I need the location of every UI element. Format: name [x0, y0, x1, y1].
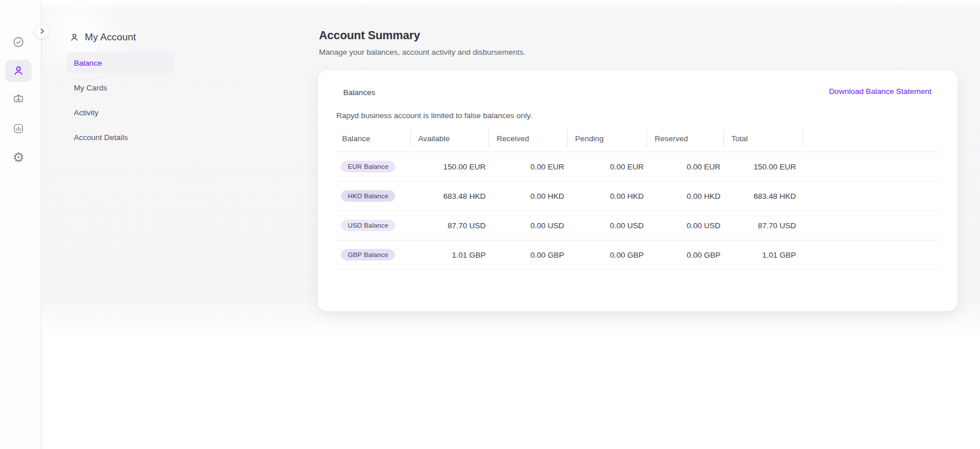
cell-pending: 0.00 EUR — [568, 163, 647, 171]
cell-reserved: 0.00 USD — [647, 221, 724, 230]
cell-pending: 0.00 USD — [568, 221, 647, 230]
cell-received: 0.00 USD — [489, 221, 568, 230]
check-circle-icon — [12, 36, 25, 48]
sidebar-item-analytics[interactable] — [5, 118, 32, 139]
payout-box-icon — [12, 93, 25, 106]
col-header-available: Available — [411, 125, 489, 152]
cell-available: 150.00 EUR — [411, 163, 489, 171]
col-header-empty — [803, 125, 940, 152]
table-row: GBP Balance 1.01 GBP 0.00 GBP 0.00 GBP 0… — [335, 240, 940, 270]
cell-pending: 0.00 HKD — [568, 192, 647, 201]
account-subnav: My Account Balance My Cards Activity Acc… — [42, 0, 255, 449]
cell-total: 87.70 USD — [724, 221, 803, 230]
account-summary-page: ⚙ My Account Balance My Cards Activity A… — [0, 0, 980, 449]
download-balance-statement-link[interactable]: Download Balance Statement — [829, 87, 932, 96]
col-header-balance: Balance — [335, 125, 411, 152]
cell-available: 87.70 USD — [411, 221, 489, 230]
sidebar-item-onboarding[interactable] — [5, 31, 32, 53]
cell-reserved: 0.00 HKD — [647, 192, 724, 201]
user-icon — [12, 65, 25, 77]
cell-total: 683.48 HKD — [724, 192, 803, 201]
subnav-title: My Account — [85, 32, 136, 43]
cell-reserved: 0.00 GBP — [647, 251, 724, 259]
subnav-header: My Account — [69, 32, 136, 43]
cell-available: 1.01 GBP — [411, 251, 489, 259]
cell-available: 683.48 HKD — [411, 192, 489, 201]
balances-card: Balances Download Balance Statement Rapy… — [318, 70, 958, 311]
table-row: USD Balance 87.70 USD 0.00 USD 0.00 USD … — [335, 211, 940, 240]
card-title: Balances — [343, 88, 376, 97]
cell-received: 0.00 GBP — [489, 251, 568, 259]
cell-received: 0.00 HKD — [489, 192, 568, 201]
cell-total: 1.01 GBP — [724, 251, 803, 259]
sidebar-item-disburse[interactable] — [5, 89, 32, 111]
cell-pending: 0.00 GBP — [568, 251, 647, 259]
currency-badge: USD Balance — [341, 220, 395, 231]
sidebar-item-my-account[interactable] — [5, 60, 32, 82]
cell-received: 0.00 EUR — [489, 163, 568, 171]
sidebar-item-settings[interactable]: ⚙ — [5, 146, 32, 168]
page-subtitle: Manage your balances, account activity a… — [319, 48, 525, 56]
subnav-item-account-details[interactable]: Account Details — [67, 127, 175, 148]
col-header-pending: Pending — [568, 125, 647, 152]
card-note: Rapyd business account is limited to fal… — [336, 111, 532, 120]
icon-sidebar: ⚙ — [0, 0, 42, 449]
analytics-icon — [12, 122, 25, 135]
subnav-item-balance[interactable]: Balance — [67, 52, 175, 73]
currency-badge: GBP Balance — [341, 249, 395, 261]
currency-badge: EUR Balance — [341, 161, 395, 172]
balances-table: Balance Available Received Pending Reser… — [335, 125, 940, 270]
cell-reserved: 0.00 EUR — [647, 163, 724, 171]
subnav-item-activity[interactable]: Activity — [67, 102, 175, 123]
col-header-total: Total — [724, 125, 803, 152]
col-header-reserved: Reserved — [647, 125, 724, 152]
settings-gear-icon: ⚙ — [13, 151, 25, 164]
page-title: Account Summary — [319, 29, 420, 42]
table-header-row: Balance Available Received Pending Reser… — [335, 125, 940, 152]
user-icon — [69, 32, 80, 43]
col-header-received: Received — [489, 125, 568, 152]
table-row: EUR Balance 150.00 EUR 0.00 EUR 0.00 EUR… — [335, 152, 940, 182]
cell-total: 150.00 EUR — [724, 163, 803, 171]
expand-sidebar-button[interactable] — [34, 23, 50, 39]
subnav-item-my-cards[interactable]: My Cards — [67, 77, 175, 98]
currency-badge: HKD Balance — [341, 190, 395, 202]
chevron-right-icon — [38, 27, 46, 35]
table-row: HKD Balance 683.48 HKD 0.00 HKD 0.00 HKD… — [335, 182, 940, 211]
